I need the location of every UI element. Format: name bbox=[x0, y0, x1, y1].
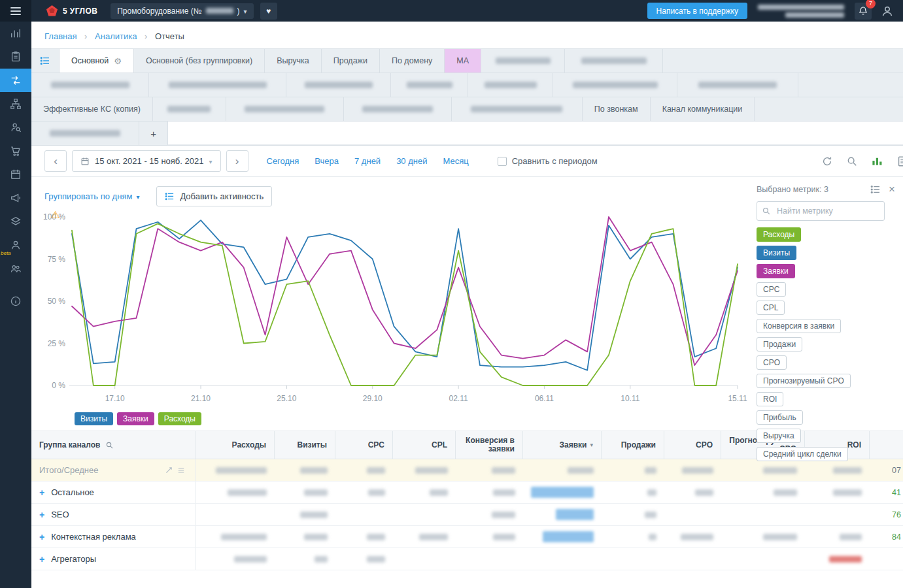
chart-view-icon[interactable] bbox=[871, 155, 883, 167]
tab-blurred[interactable] bbox=[31, 122, 139, 145]
group-by-select[interactable]: Группировать по дням bbox=[44, 191, 139, 201]
column-header-channel-group[interactable]: Группа каналов bbox=[31, 431, 196, 459]
close-icon[interactable]: × bbox=[889, 184, 895, 195]
column-header-cpo[interactable]: CPO bbox=[664, 431, 721, 459]
project-select[interactable]: Промоборудование (№ ) bbox=[111, 3, 253, 19]
table-row-aggregators[interactable]: Агрегаторы bbox=[31, 548, 903, 570]
legend-leads[interactable]: Заявки bbox=[117, 412, 154, 425]
metric-chip-costs[interactable]: Расходы bbox=[757, 227, 801, 242]
breadcrumb-link-home[interactable]: Главная bbox=[44, 31, 77, 41]
metric-chip-sales[interactable]: Продажи bbox=[757, 337, 802, 351]
column-header-leads[interactable]: Заявки bbox=[523, 431, 602, 459]
tab-blurred[interactable] bbox=[452, 97, 583, 121]
warning-icon[interactable] bbox=[51, 209, 60, 221]
tab-ma[interactable]: МА bbox=[445, 49, 481, 73]
export-icon[interactable] bbox=[896, 155, 903, 167]
list-icon[interactable] bbox=[870, 184, 881, 195]
tab-revenue[interactable]: Выручка bbox=[265, 49, 322, 73]
tab-by-domain[interactable]: По домену bbox=[380, 49, 445, 73]
date-range-picker[interactable]: 15 окт. 2021 - 15 нояб. 2021 bbox=[72, 150, 221, 172]
tab-main-no-grouping[interactable]: Основной (без группировки) bbox=[134, 49, 265, 73]
metric-chip-cpl[interactable]: CPL bbox=[757, 301, 785, 315]
sidebar-item-dashboard[interactable] bbox=[0, 22, 31, 45]
tab-by-calls[interactable]: По звонкам bbox=[583, 97, 651, 121]
tab-blurred[interactable] bbox=[565, 49, 663, 73]
tab-blurred[interactable] bbox=[481, 49, 565, 73]
sidebar-item-orders[interactable] bbox=[0, 139, 31, 163]
sidebar-item-team[interactable] bbox=[0, 257, 31, 280]
tab-blurred[interactable] bbox=[677, 73, 798, 97]
table-row-seo[interactable]: SEO 76 bbox=[31, 504, 903, 526]
sidebar-item-info[interactable] bbox=[0, 289, 31, 313]
favorites-button[interactable] bbox=[260, 3, 277, 20]
expand-icon[interactable] bbox=[39, 487, 44, 498]
quick-range-today[interactable]: Сегодня bbox=[267, 156, 299, 166]
column-header-cpl[interactable]: CPL bbox=[393, 431, 456, 459]
column-header-conversion[interactable]: Конверсия в заявки bbox=[456, 431, 523, 459]
link-icon[interactable] bbox=[165, 466, 173, 474]
metric-chip-forecast-cpo[interactable]: Прогнозируемый CPO bbox=[757, 374, 851, 388]
prev-period-button[interactable]: ‹ bbox=[44, 150, 67, 172]
quick-range-30days[interactable]: 30 дней bbox=[396, 156, 427, 166]
metric-chip-leads[interactable]: Заявки bbox=[757, 264, 795, 278]
metric-chip-revenue[interactable]: Выручка bbox=[757, 429, 801, 443]
tab-blurred[interactable] bbox=[153, 97, 226, 121]
tab-blurred[interactable] bbox=[286, 73, 391, 97]
checkbox[interactable] bbox=[498, 157, 507, 166]
metric-search-input[interactable] bbox=[757, 201, 885, 221]
quick-range-month[interactable]: Месяц bbox=[443, 156, 468, 166]
gear-icon[interactable] bbox=[114, 56, 122, 66]
sidebar-item-integrations[interactable] bbox=[0, 210, 31, 233]
sidebar-item-marketing[interactable] bbox=[0, 186, 31, 210]
add-tab-button[interactable]: + bbox=[139, 122, 168, 145]
breadcrumb-link-analytics[interactable]: Аналитика bbox=[95, 31, 137, 41]
metric-chip-profit[interactable]: Прибыль bbox=[757, 410, 803, 425]
legend-visits[interactable]: Визиты bbox=[75, 412, 113, 425]
tab-main[interactable]: Основной bbox=[60, 49, 134, 73]
tab-sales[interactable]: Продажи bbox=[322, 49, 380, 73]
column-header-visits[interactable]: Визиты bbox=[275, 431, 335, 459]
sidebar-item-projects[interactable] bbox=[0, 92, 31, 116]
tab-blurred[interactable] bbox=[391, 73, 468, 97]
search-icon[interactable] bbox=[105, 441, 114, 449]
quick-range-yesterday[interactable]: Вчера bbox=[315, 156, 339, 166]
column-header-costs[interactable]: Расходы bbox=[196, 431, 275, 459]
tab-blurred[interactable] bbox=[468, 73, 553, 97]
metric-chip-cpc[interactable]: CPC bbox=[757, 282, 786, 297]
metric-chip-avg-cycle[interactable]: Средний цикл сделки bbox=[757, 447, 848, 461]
menu-button[interactable] bbox=[0, 0, 31, 22]
sidebar-item-reports[interactable] bbox=[0, 45, 31, 69]
metric-chip-roi[interactable]: ROI bbox=[757, 392, 783, 406]
column-header-cpc[interactable]: CPC bbox=[335, 431, 393, 459]
tab-blurred[interactable] bbox=[553, 73, 677, 97]
sidebar-item-beta[interactable]: beta bbox=[0, 233, 31, 257]
table-row-other[interactable]: Остальное 41 bbox=[31, 482, 903, 504]
legend-costs[interactable]: Расходы bbox=[158, 412, 201, 425]
metric-chip-visits[interactable]: Визиты bbox=[757, 246, 796, 260]
support-button[interactable]: Написать в поддержку bbox=[647, 3, 747, 19]
tab-communication-channel[interactable]: Канал коммуникации bbox=[651, 97, 755, 121]
sidebar-item-tasks[interactable] bbox=[0, 163, 31, 186]
expand-icon[interactable] bbox=[39, 532, 44, 542]
tabs-list-button[interactable] bbox=[31, 49, 60, 73]
add-activity-button[interactable]: Добавить активность bbox=[156, 186, 272, 206]
tab-blurred[interactable] bbox=[344, 97, 452, 121]
quick-range-7days[interactable]: 7 дней bbox=[354, 156, 381, 166]
user-menu-button[interactable] bbox=[878, 2, 896, 20]
tab-blurred[interactable] bbox=[226, 97, 344, 121]
compare-period-checkbox[interactable]: Сравнить с периодом bbox=[498, 156, 598, 166]
table-row-total[interactable]: Итого/Среднее 07 bbox=[31, 459, 903, 482]
sidebar-item-visitors[interactable] bbox=[0, 116, 31, 139]
tab-blurred[interactable] bbox=[31, 73, 149, 97]
notifications-button[interactable]: 7 bbox=[855, 3, 872, 20]
expand-icon[interactable] bbox=[39, 554, 44, 564]
expand-icon[interactable] bbox=[39, 510, 44, 520]
search-icon[interactable] bbox=[846, 155, 858, 167]
list-icon[interactable] bbox=[177, 466, 185, 474]
tab-blurred[interactable] bbox=[149, 73, 286, 97]
tab-effective-ks-copy[interactable]: Эффективные КС (копия) bbox=[31, 97, 153, 121]
table-row-context-ads[interactable]: Контекстная реклама 84 bbox=[31, 526, 903, 548]
column-header-sales[interactable]: Продажи bbox=[602, 431, 664, 459]
next-period-button[interactable]: › bbox=[226, 150, 248, 172]
metric-chip-cpo[interactable]: CPO bbox=[757, 355, 787, 370]
